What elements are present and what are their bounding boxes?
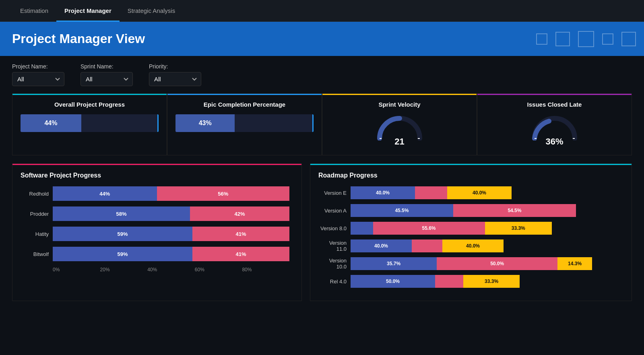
- spp-row-prodder: Prodder 58% 42%: [25, 206, 289, 221]
- rm-pink-version-10: 50.0%: [437, 257, 557, 270]
- project-name-label: Project Name:: [12, 63, 64, 70]
- kpi-issues-closed-late-value: 36%: [545, 136, 563, 147]
- spp-label-redhold: Redhold: [25, 191, 53, 197]
- rm-blue-version-8: [351, 222, 373, 235]
- rm-pink-version-a: 54.5%: [453, 204, 576, 217]
- rm-bar-version-11: 40.0% 40.0%: [351, 239, 504, 252]
- spp-row-hatity: Hatity 59% 41%: [25, 227, 289, 241]
- kpi-overall-progress-value: 44%: [44, 120, 57, 127]
- rm-label-version-a: Version A: [318, 208, 351, 214]
- rm-row-version-11: Version 11.0 40.0% 40.0%: [318, 239, 623, 252]
- spp-label-hatity: Hatity: [25, 231, 53, 237]
- rm-bar-version-e: 40.0% 40.0%: [351, 186, 512, 199]
- project-name-select[interactable]: All: [12, 72, 64, 86]
- kpi-issues-closed-late-gauge: 36%: [485, 114, 623, 147]
- priority-filter: Priority: All: [149, 63, 201, 86]
- spp-row-redhold: Redhold 44% 56%: [25, 186, 289, 201]
- spp-bar-prodder: 58% 42%: [53, 206, 289, 221]
- tab-strategic-analysis[interactable]: Strategic Analysis: [120, 0, 183, 22]
- kpi-epic-bar-border: [312, 114, 314, 132]
- rm-row-version-a: Version A 45.5% 54.5%: [318, 204, 623, 217]
- kpi-sprint-velocity-gauge: 21: [330, 114, 469, 147]
- rm-label-version-e: Version E: [318, 190, 351, 196]
- spp-blue-hatity: 59%: [53, 227, 192, 241]
- priority-label: Priority:: [149, 63, 201, 70]
- rm-yellow-version-11: 40.0%: [442, 239, 504, 252]
- spp-pink-prodder: 42%: [190, 206, 289, 221]
- tab-estimation[interactable]: Estimation: [12, 0, 56, 22]
- rm-label-version-10: Version 10.0: [318, 258, 351, 270]
- kpi-overall-progress: Overall Project Progress 44%: [12, 93, 167, 155]
- spp-axis-80: 80%: [242, 267, 289, 272]
- rm-bar-version-8: 55.6% 33.3%: [351, 222, 552, 235]
- sprint-name-filter: Sprint Name: All: [80, 63, 133, 86]
- rm-label-rel-40: Rel 4.0: [318, 279, 351, 285]
- kpi-epic-completion-title: Epic Completion Percentage: [175, 101, 314, 108]
- spp-label-prodder: Prodder: [25, 211, 53, 217]
- spp-axis-20: 20%: [100, 267, 148, 272]
- spp-pink-redhold: 56%: [157, 186, 289, 201]
- page-title: Project Manager View: [12, 31, 632, 46]
- roadmap-progress-card: Roadmap Progress Version E 40.0% 40.0% V…: [310, 163, 632, 301]
- filters-section: Project Name: All Sprint Name: All Prior…: [0, 56, 644, 93]
- kpi-sprint-velocity: Sprint Velocity 21: [322, 93, 477, 155]
- roadmap-chart: Version E 40.0% 40.0% Version A 45.5% 54…: [318, 186, 623, 288]
- spp-axis-60: 60%: [195, 267, 242, 272]
- rm-yellow-version-e: 40.0%: [447, 186, 512, 199]
- kpi-sprint-velocity-value: 21: [394, 136, 404, 147]
- spp-bar-bitwolf: 59% 41%: [53, 247, 289, 261]
- spp-blue-prodder: 58%: [53, 206, 190, 221]
- spp-blue-redhold: 44%: [53, 186, 157, 201]
- spp-axis-0: 0%: [53, 267, 100, 272]
- rm-pink-version-8: 55.6%: [373, 222, 485, 235]
- spp-axis: 0% 20% 40% 60% 80%: [53, 267, 289, 272]
- spp-axis-40: 40%: [147, 267, 195, 272]
- rm-blue-version-e: 40.0%: [351, 186, 415, 199]
- spp-pink-hatity: 41%: [192, 227, 289, 241]
- kpi-issues-closed-late-title: Issues Closed Late: [485, 101, 623, 108]
- rm-pink-rel-40: [435, 275, 463, 288]
- rm-bar-version-a: 45.5% 54.5%: [351, 204, 576, 217]
- rm-pink-version-11: [412, 239, 442, 252]
- project-name-filter: Project Name: All: [12, 63, 64, 86]
- kpi-epic-completion-fill: 43%: [175, 114, 235, 132]
- kpi-overall-progress-fill: 44%: [21, 114, 81, 132]
- kpi-row: Overall Project Progress 44% Epic Comple…: [0, 93, 644, 155]
- rm-blue-rel-40: 50.0%: [351, 275, 435, 288]
- kpi-overall-progress-bar: 44%: [21, 114, 159, 132]
- rm-yellow-version-8: 33.3%: [485, 222, 552, 235]
- spp-bar-redhold: 44% 56%: [53, 186, 289, 201]
- roadmap-progress-title: Roadmap Progress: [318, 172, 623, 179]
- rm-label-version-11: Version 11.0: [318, 240, 351, 252]
- kpi-epic-completion: Epic Completion Percentage 43%: [167, 93, 322, 155]
- sprint-name-label: Sprint Name:: [80, 63, 133, 70]
- tab-project-manager[interactable]: Project Manager: [56, 0, 120, 22]
- kpi-overall-progress-title: Overall Project Progress: [21, 101, 159, 108]
- kpi-bar-border: [157, 114, 159, 132]
- spp-blue-bitwolf: 59%: [53, 247, 192, 261]
- rm-blue-version-a: 45.5%: [351, 204, 453, 217]
- rm-label-version-8: Version 8.0: [318, 225, 351, 231]
- tab-bar: Estimation Project Manager Strategic Ana…: [0, 0, 644, 22]
- rm-bar-rel-40: 50.0% 33.3%: [351, 275, 520, 288]
- rm-bar-version-10: 35.7% 50.0% 14.3%: [351, 257, 592, 270]
- rm-yellow-version-10: 14.3%: [557, 257, 592, 270]
- spp-pink-bitwolf: 41%: [192, 247, 289, 261]
- header-banner: Project Manager View: [0, 22, 644, 56]
- rm-row-version-8: Version 8.0 55.6% 33.3%: [318, 222, 623, 235]
- spp-row-bitwolf: Bitwolf 59% 41%: [25, 247, 289, 261]
- spp-bar-hatity: 59% 41%: [53, 227, 289, 241]
- kpi-issues-closed-late: Issues Closed Late 36%: [477, 93, 632, 155]
- charts-row: Software Project Progress Redhold 44% 56…: [0, 155, 644, 309]
- software-project-progress-title: Software Project Progress: [21, 172, 293, 179]
- sprint-name-select[interactable]: All: [80, 72, 133, 86]
- priority-select[interactable]: All: [149, 72, 201, 86]
- spp-chart: Redhold 44% 56% Prodder 58% 42% Hatity 5…: [21, 186, 293, 272]
- rm-pink-version-e: [415, 186, 447, 199]
- rm-yellow-rel-40: 33.3%: [463, 275, 520, 288]
- kpi-sprint-velocity-title: Sprint Velocity: [330, 101, 469, 108]
- software-project-progress-card: Software Project Progress Redhold 44% 56…: [12, 163, 302, 301]
- rm-row-version-e: Version E 40.0% 40.0%: [318, 186, 623, 199]
- kpi-epic-completion-bar: 43%: [175, 114, 314, 132]
- rm-row-version-10: Version 10.0 35.7% 50.0% 14.3%: [318, 257, 623, 270]
